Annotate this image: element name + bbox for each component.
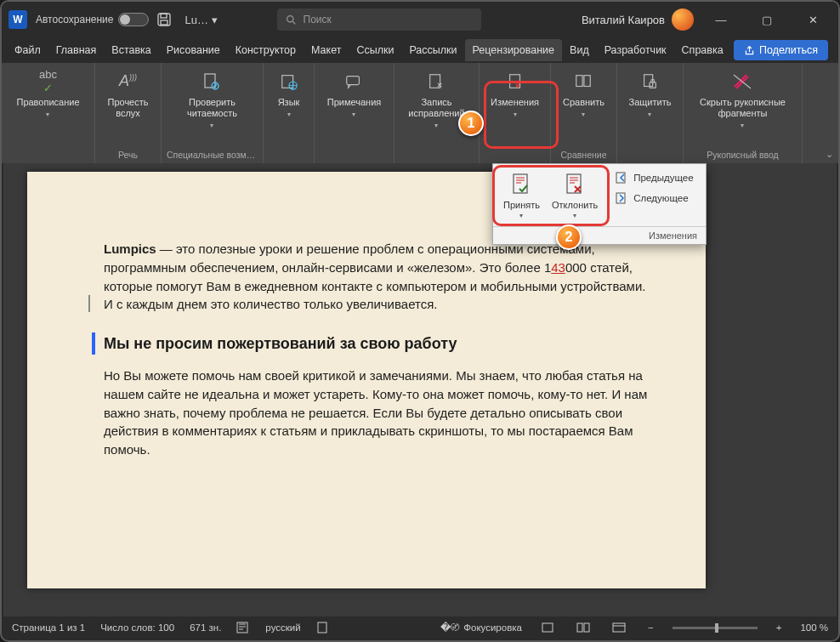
accept-button[interactable]: Принять ▾ [498,169,545,221]
read-aloud-button[interactable]: A))) Прочесть вслух [95,66,161,148]
tab-insert[interactable]: Вставка [104,39,158,61]
hide-ink-button[interactable]: Скрыть рукописныефрагменты [693,66,792,148]
user-account[interactable]: Виталий Каиров [582,9,694,31]
avatar [672,9,694,31]
accessibility-button[interactable]: Проверитьчитаемость [180,66,244,148]
comments-icon [342,70,366,94]
document-title[interactable]: Lu… ▾ [184,14,217,26]
toggle-switch[interactable] [118,13,149,26]
tab-home[interactable]: Главная [48,39,105,61]
svg-rect-9 [347,77,360,85]
compare-button[interactable]: Сравнить [556,66,611,148]
status-proofing-icon[interactable] [236,622,250,633]
ribbon-tabs: Файл Главная Вставка Рисование Конструкт… [2,37,838,63]
save-icon[interactable] [157,13,171,26]
svg-rect-2 [161,20,167,25]
tab-review[interactable]: Рецензирование [465,39,563,61]
zoom-slider[interactable] [673,627,758,629]
status-page[interactable]: Страница 1 из 1 [12,622,85,633]
compare-icon [571,70,595,94]
paragraph-1[interactable]: Lumpics — это полезные уроки и решение п… [104,240,655,314]
changes-button[interactable]: Изменения [484,66,546,158]
tab-layout[interactable]: Макет [304,39,349,61]
status-accessibility-icon[interactable] [316,622,330,633]
accept-icon [508,171,535,198]
previous-change-button[interactable]: Предыдущее [611,169,702,186]
word-icon: W [9,10,27,29]
comments-button[interactable]: Примечания [321,66,389,158]
ribbon-expand-icon[interactable]: ⌄ [826,149,833,160]
tab-draw[interactable]: Рисование [159,39,228,61]
share-label: Поделиться [759,44,818,56]
view-web-icon[interactable] [609,622,629,633]
svg-rect-22 [542,623,553,632]
minimize-button[interactable]: ― [702,7,740,32]
status-chars[interactable]: 671 зн. [190,622,221,633]
track-changes-button[interactable]: Записьисправлений [401,66,471,158]
changes-dropdown: Принять ▾ Отклонить ▾ Предыдущее Следующ… [492,163,707,245]
status-bar: Страница 1 из 1 Число слов: 100 671 зн. … [3,616,837,639]
hide-ink-icon [730,70,754,94]
reject-icon [561,171,588,198]
share-icon [744,45,755,56]
tab-mailings[interactable]: Рассылки [401,39,464,61]
tab-design[interactable]: Конструктор [228,39,304,61]
zoom-in-button[interactable]: + [773,622,786,633]
status-focus[interactable]: �〄 Фокусировка [440,622,522,633]
svg-point-3 [287,15,292,21]
tab-view[interactable]: Вид [562,39,597,61]
spelling-icon: abc✓ [36,70,60,94]
zoom-level[interactable]: 100 % [800,622,828,633]
svg-rect-21 [318,622,326,633]
paragraph-2[interactable]: Но Вы можете помочь нам своей критикой и… [104,366,655,459]
autosave-label: Автосохранение [36,14,113,26]
svg-rect-13 [584,76,590,87]
search-placeholder: Поиск [304,14,332,26]
maximize-button[interactable]: ▢ [748,7,786,32]
svg-rect-25 [613,623,625,632]
zoom-out-button[interactable]: − [644,622,657,633]
status-lang[interactable]: русский [265,622,300,633]
marker-1: 1 [458,111,484,136]
change-bar [88,295,90,312]
next-change-button[interactable]: Следующее [611,190,702,207]
spelling-button[interactable]: abc✓ Правописание [9,66,86,158]
next-icon [615,191,628,205]
search-icon [286,14,297,26]
svg-rect-23 [577,623,582,632]
view-print-icon[interactable] [537,622,558,633]
language-icon [277,70,301,94]
tab-developer[interactable]: Разработчик [597,39,674,61]
autosave-toggle[interactable]: Автосохранение [36,13,149,26]
ribbon: abc✓ Правописание A))) Прочесть вслух Ре… [2,63,838,163]
prev-icon [615,171,628,185]
heading-2[interactable]: Мы не просим пожертвований за свою работ… [92,332,655,355]
document-area: Lumpics — это полезные уроки и решение п… [3,163,837,616]
svg-rect-24 [584,623,589,632]
tab-references[interactable]: Ссылки [349,39,401,61]
tab-help[interactable]: Справка [674,39,731,61]
svg-rect-1 [161,14,167,18]
tab-file[interactable]: Файл [7,39,48,61]
search-box[interactable]: Поиск [277,9,481,31]
svg-rect-0 [158,14,170,26]
svg-line-4 [292,21,295,24]
protect-button[interactable]: Защитить [622,66,678,158]
close-button[interactable]: ✕ [794,7,831,32]
titlebar: W Автосохранение Lu… ▾ Поиск Виталий Каи… [2,2,838,37]
read-aloud-icon: A))) [116,70,140,94]
svg-rect-5 [205,74,215,88]
track-changes-icon [424,70,448,94]
reject-button[interactable]: Отклонить ▾ [547,169,603,221]
user-name: Виталий Каиров [582,14,665,26]
language-button[interactable]: Язык [270,66,308,158]
status-words[interactable]: Число слов: 100 [100,622,174,633]
protect-icon [638,70,661,94]
marker-2: 2 [556,224,582,250]
changes-icon [503,70,527,94]
accessibility-icon [200,70,224,94]
share-button[interactable]: Поделиться [734,40,828,60]
svg-rect-12 [576,76,582,87]
view-read-icon[interactable] [573,622,593,633]
dropdown-footer: Изменения [493,226,706,244]
